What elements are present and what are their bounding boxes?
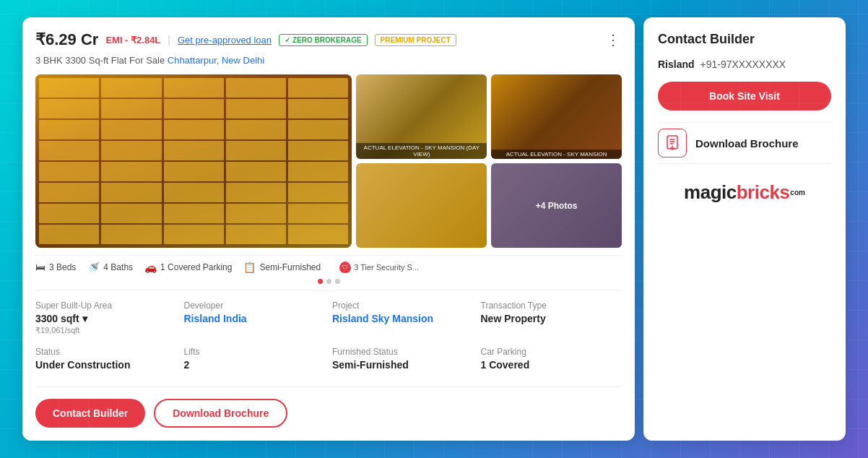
- dot-3[interactable]: [335, 279, 340, 284]
- bath-icon: 🚿: [87, 262, 100, 273]
- download-brochure-label: Download Brochure: [695, 137, 799, 150]
- beds-feature: 🛏 3 Beds: [35, 262, 76, 273]
- project-link[interactable]: Risland Sky Mansion: [332, 313, 433, 324]
- transaction-detail: Transaction Type New Property: [481, 301, 622, 335]
- dot-1[interactable]: [318, 279, 323, 284]
- photos-overlay[interactable]: +4 Photos: [491, 163, 622, 248]
- thumb-1[interactable]: ACTUAL ELEVATION - SKY MANSION (DAY VIEW…: [356, 74, 487, 159]
- features-bar: 🛏 3 Beds 🚿 4 Baths 🚗 1 Covered Parking 📋…: [35, 255, 622, 276]
- gallery-dots: [35, 279, 622, 284]
- baths-label: 4 Baths: [103, 262, 133, 272]
- emi-text: EMI - ₹2.84L: [105, 35, 160, 46]
- developer-link[interactable]: Risland India: [184, 313, 247, 324]
- price: ₹6.29 Cr: [35, 30, 98, 49]
- status-detail: Status Under Construction: [35, 347, 177, 371]
- developer-detail: Developer Risland India: [184, 301, 326, 335]
- zero-brokerage-badge: ZERO BROKERAGE: [279, 34, 368, 46]
- transaction-label: Transaction Type: [481, 301, 622, 311]
- thumb-2[interactable]: ACTUAL ELEVATION - SKY MANSION: [491, 74, 622, 159]
- contact-title: Contact Builder: [658, 32, 831, 47]
- bottom-buttons: Contact Builder Download Brochure: [35, 386, 622, 428]
- furnished-status-value: Semi-Furnished: [332, 359, 474, 371]
- security-label: 3 Tier Security S...: [354, 263, 419, 272]
- logo-bricks-text: bricks: [737, 181, 790, 204]
- beds-label: 3 Beds: [49, 262, 76, 272]
- transaction-value: New Property: [481, 313, 622, 324]
- baths-feature: 🚿 4 Baths: [87, 262, 133, 273]
- thumb-room[interactable]: [356, 163, 487, 248]
- thumb-bedroom[interactable]: +4 Photos: [491, 163, 622, 248]
- contact-builder-button[interactable]: Contact Builder: [35, 399, 145, 428]
- header-row: ₹6.29 Cr EMI - ₹2.84L | Get pre-approved…: [35, 30, 622, 49]
- furnished-label: Semi-Furnished: [259, 262, 321, 272]
- download-brochure-button[interactable]: Download Brochure: [154, 399, 287, 428]
- magicbricks-logo: magicbrickscom: [658, 176, 831, 204]
- dot-2[interactable]: [326, 279, 331, 284]
- location-link[interactable]: Chhattarpur, New Delhi: [168, 55, 264, 66]
- gallery: ACTUAL ELEVATION - SKY MANSION (DAY VIEW…: [35, 74, 622, 248]
- lifts-label: Lifts: [184, 347, 326, 357]
- car-parking-label: Car Parking: [481, 347, 622, 357]
- property-card: ₹6.29 Cr EMI - ₹2.84L | Get pre-approved…: [22, 17, 635, 441]
- furnished-detail: Furnished Status Semi-Furnished: [332, 347, 474, 371]
- car-parking-value: 1 Covered: [481, 359, 622, 371]
- lifts-value: 2: [184, 359, 326, 371]
- thumb-2-label: ACTUAL ELEVATION - SKY MANSION: [491, 150, 622, 159]
- divider: |: [168, 34, 170, 46]
- parking-feature: 🚗 1 Covered Parking: [144, 262, 232, 273]
- bed-icon: 🛏: [35, 262, 45, 273]
- developer-value: Risland India: [184, 313, 326, 324]
- furnished-feature: 📋 Semi-Furnished: [243, 262, 321, 273]
- builder-phone: +91-97XXXXXXXX: [700, 59, 786, 70]
- parking-icon: 🚗: [144, 262, 157, 273]
- developer-label: Developer: [184, 301, 326, 311]
- project-value: Risland Sky Mansion: [332, 313, 474, 324]
- area-value: 3300 sqft ▾: [35, 313, 177, 324]
- thumb-1-label: ACTUAL ELEVATION - SKY MANSION (DAY VIEW…: [356, 143, 487, 159]
- book-site-visit-button[interactable]: Book Site Visit: [658, 82, 831, 111]
- furnish-icon: 📋: [243, 262, 256, 273]
- parking-label: 1 Covered Parking: [160, 262, 232, 272]
- lifts-detail: Lifts 2: [184, 347, 326, 371]
- download-brochure-row[interactable]: Download Brochure: [658, 122, 831, 164]
- gallery-thumbnails: ACTUAL ELEVATION - SKY MANSION (DAY VIEW…: [356, 74, 622, 248]
- logo-com-text: com: [790, 189, 805, 196]
- builder-info: Risland +91-97XXXXXXXX: [658, 59, 831, 70]
- status-value: Under Construction: [35, 359, 177, 371]
- area-label: Super Built-Up Area: [35, 301, 177, 311]
- gallery-main-image[interactable]: [35, 74, 352, 248]
- car-parking-detail: Car Parking 1 Covered: [481, 347, 622, 371]
- builder-name: Risland: [658, 59, 695, 70]
- status-label: Status: [35, 347, 177, 357]
- furnished-status-label: Furnished Status: [332, 347, 474, 357]
- project-detail: Project Risland Sky Mansion: [332, 301, 474, 335]
- more-options-button[interactable]: ⋮: [606, 31, 622, 48]
- emi-amount: EMI - ₹2.84L: [105, 35, 160, 46]
- premium-badge: PREMIUM PROJECT: [375, 34, 456, 46]
- brochure-icon: [658, 129, 687, 157]
- project-label: Project: [332, 301, 474, 311]
- shield-icon: 🛡: [339, 262, 351, 273]
- property-subtitle: 3 BHK 3300 Sq-ft Flat For Sale Chhattarp…: [35, 55, 622, 66]
- area-price: ₹19,061/sqft: [35, 326, 177, 335]
- security-feature: 🛡 3 Tier Security S...: [339, 262, 419, 273]
- pre-approved-link[interactable]: Get pre-approved loan: [178, 35, 272, 46]
- property-type: 3 BHK 3300 Sq-ft Flat For Sale: [35, 55, 165, 66]
- area-detail: Super Built-Up Area 3300 sqft ▾ ₹19,061/…: [35, 301, 177, 335]
- right-panel: Contact Builder Risland +91-97XXXXXXXX B…: [643, 17, 846, 441]
- logo-magic-text: magic: [684, 181, 737, 204]
- details-grid: Super Built-Up Area 3300 sqft ▾ ₹19,061/…: [35, 290, 622, 375]
